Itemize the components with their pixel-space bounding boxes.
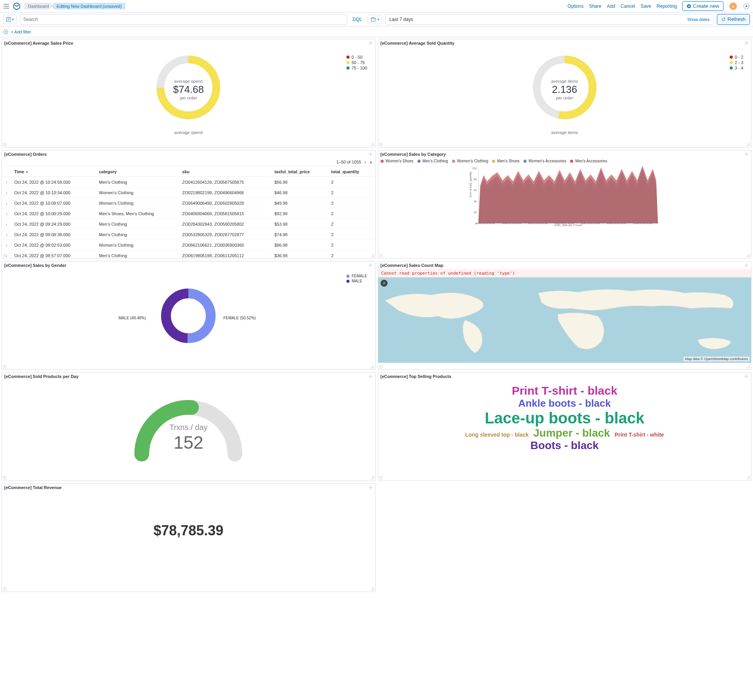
- map-tools-button[interactable]: [381, 280, 388, 287]
- donut-chart[interactable]: [153, 281, 223, 351]
- time-quick-select[interactable]: ▾: [368, 15, 382, 24]
- expand-row-icon[interactable]: ›: [3, 219, 10, 229]
- expand-row-icon[interactable]: ›: [3, 230, 10, 240]
- prev-page-button[interactable]: ‹: [363, 159, 367, 165]
- gear-icon[interactable]: [744, 152, 749, 157]
- expand-row-icon[interactable]: ›: [3, 188, 10, 198]
- table-header[interactable]: total_quantity: [328, 167, 374, 177]
- expand-row-icon[interactable]: ›: [3, 240, 10, 250]
- world-map[interactable]: [378, 277, 751, 363]
- legend-item[interactable]: Women's Shoes: [381, 159, 414, 163]
- resize-handle-icon[interactable]: [746, 364, 751, 369]
- share-link[interactable]: Share: [589, 3, 602, 9]
- wordcloud-term[interactable]: Ankle boots - black: [516, 397, 613, 409]
- drag-handle-icon[interactable]: [2, 586, 7, 592]
- panel-sales-count-map[interactable]: [eCommerce] Sales Count Map Cannot read …: [378, 261, 752, 370]
- gear-icon[interactable]: [368, 485, 373, 490]
- gear-icon[interactable]: [744, 374, 749, 379]
- create-new-button[interactable]: Create new: [682, 1, 723, 11]
- wordcloud-term[interactable]: Boots - black: [528, 439, 601, 452]
- reporting-link[interactable]: Reporting: [657, 3, 677, 9]
- table-header[interactable]: taxful_total_price: [271, 167, 327, 177]
- gear-icon[interactable]: [368, 263, 373, 268]
- table-row[interactable]: ›Oct 24, 2022 @ 10:09:07.000Women's Clot…: [3, 199, 374, 208]
- drag-handle-icon[interactable]: [2, 364, 7, 369]
- resize-handle-icon[interactable]: [370, 586, 375, 592]
- expand-row-icon[interactable]: ›: [3, 178, 10, 187]
- word-cloud[interactable]: Print T-shirt - blackAnkle boots - black…: [378, 380, 751, 456]
- time-range[interactable]: Last 7 days Show dates: [385, 14, 714, 25]
- legend-item[interactable]: 2 - 3: [730, 60, 743, 65]
- panel-sales-by-category[interactable]: [eCommerce] Sales by Category Women's Sh…: [378, 150, 752, 259]
- resize-handle-icon[interactable]: [370, 142, 375, 147]
- refresh-button[interactable]: Refresh: [717, 14, 750, 25]
- resize-handle-icon[interactable]: [746, 253, 751, 258]
- resize-handle-icon[interactable]: [370, 364, 375, 369]
- wordcloud-term[interactable]: Print T-shirt - black: [510, 384, 620, 397]
- table-row[interactable]: ›Oct 24, 2022 @ 10:24:58.000Men's Clothi…: [3, 178, 374, 187]
- add-link[interactable]: Add: [607, 3, 615, 9]
- table-header[interactable]: Time ▼: [11, 167, 95, 177]
- table-header[interactable]: sku: [179, 167, 271, 177]
- breadcrumb-current[interactable]: Editing New Dashboard (unsaved): [51, 3, 126, 10]
- panel-avg-sold-quantity[interactable]: [eCommerce] Average Sold Quantity 0 - 22…: [378, 39, 752, 148]
- area-chart[interactable]: 020406080100 Sum of total_quantity 2022-…: [381, 165, 749, 227]
- table-row[interactable]: ›Oct 24, 2022 @ 10:10:34.000Women's Clot…: [3, 188, 374, 198]
- show-dates-link[interactable]: Show dates: [687, 17, 710, 22]
- gear-icon[interactable]: [368, 152, 373, 157]
- legend-item[interactable]: 50 - 75: [346, 60, 367, 65]
- resize-handle-icon[interactable]: [746, 142, 751, 147]
- resize-handle-icon[interactable]: [370, 253, 375, 258]
- wordcloud-term[interactable]: Jumper - black: [531, 427, 612, 439]
- table-row[interactable]: ›Oct 24, 2022 @ 09:08:38.000Men's Clothi…: [3, 230, 374, 240]
- resize-handle-icon[interactable]: [370, 475, 375, 481]
- table-row[interactable]: ›Oct 24, 2022 @ 10:00:29.000Men's Shoes,…: [3, 209, 374, 219]
- panel-total-revenue[interactable]: [eCommerce] Total Revenue $78,785.39: [2, 483, 376, 592]
- breadcrumb-dashboard[interactable]: Dashboard: [24, 3, 53, 10]
- table-row[interactable]: ›Oct 24, 2022 @ 09:24:29.000Men's Clothi…: [3, 219, 374, 229]
- save-link[interactable]: Save: [640, 3, 651, 9]
- legend-item[interactable]: Men's Accessories: [570, 159, 607, 163]
- wordcloud-term[interactable]: Long sleeved top - black: [463, 432, 531, 438]
- next-page-button[interactable]: ›: [369, 159, 373, 165]
- dql-toggle[interactable]: DQL: [350, 17, 365, 22]
- drag-handle-icon[interactable]: [378, 142, 384, 147]
- add-filter-button[interactable]: + Add filter: [11, 30, 31, 34]
- gear-icon[interactable]: [744, 41, 749, 45]
- legend-item[interactable]: 0 - 50: [346, 55, 367, 59]
- filter-settings-icon[interactable]: [3, 29, 9, 35]
- newsfeed-icon[interactable]: [743, 3, 750, 10]
- legend-item[interactable]: Men's Clothing: [417, 159, 448, 163]
- filter-toggle[interactable]: ▾: [3, 15, 17, 24]
- menu-icon[interactable]: [3, 3, 9, 9]
- panel-top-selling-products[interactable]: [eCommerce] Top Selling Products Print T…: [378, 372, 752, 481]
- app-logo[interactable]: [12, 2, 21, 10]
- drag-handle-icon[interactable]: [2, 475, 7, 481]
- cancel-link[interactable]: Cancel: [621, 3, 635, 9]
- expand-row-icon[interactable]: ›: [3, 199, 10, 208]
- drag-handle-icon[interactable]: [378, 253, 384, 258]
- drag-handle-icon[interactable]: [378, 364, 384, 369]
- wordcloud-term[interactable]: Lace-up boots - black: [482, 409, 647, 427]
- gear-icon[interactable]: [744, 263, 749, 268]
- panel-orders[interactable]: [eCommerce] Orders 1–50 of 1055 ‹ › Time…: [2, 150, 376, 259]
- drag-handle-icon[interactable]: [2, 142, 7, 147]
- gear-icon[interactable]: [368, 374, 373, 379]
- panel-sold-products-per-day[interactable]: [eCommerce] Sold Products per Day Trxns …: [2, 372, 376, 481]
- panel-sales-by-gender[interactable]: [eCommerce] Sales by Gender FEMALEMALE M…: [2, 261, 376, 370]
- drag-handle-icon[interactable]: [2, 253, 7, 258]
- legend-item[interactable]: Women's Accessories: [523, 159, 566, 163]
- legend-item[interactable]: 0 - 2: [730, 55, 743, 59]
- drag-handle-icon[interactable]: [378, 475, 384, 481]
- table-row[interactable]: ›Oct 24, 2022 @ 08:57:07.000Men's Clothi…: [3, 251, 374, 261]
- options-link[interactable]: Options: [567, 3, 583, 9]
- legend-item[interactable]: Men's Shoes: [492, 159, 520, 163]
- panel-avg-sales-price[interactable]: [eCommerce] Average Sales Price 0 - 5050…: [2, 39, 376, 148]
- legend-item[interactable]: Women's Clothing: [452, 159, 489, 163]
- legend-item[interactable]: 3 - 4: [730, 66, 743, 70]
- resize-handle-icon[interactable]: [746, 475, 751, 481]
- legend-item[interactable]: 75 - 100: [346, 66, 367, 70]
- table-row[interactable]: ›Oct 24, 2022 @ 09:02:53.000Women's Clot…: [3, 240, 374, 250]
- user-avatar[interactable]: o: [729, 2, 737, 10]
- search-input[interactable]: [20, 14, 347, 25]
